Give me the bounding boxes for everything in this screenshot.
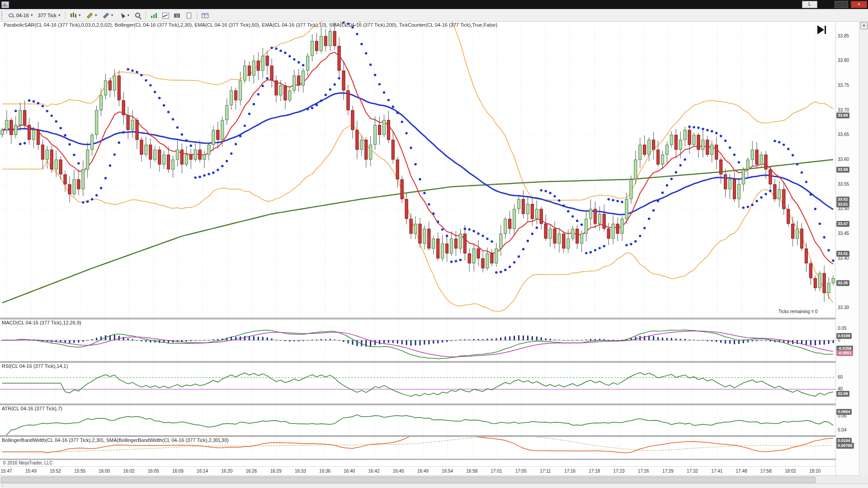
magnifier-icon [134, 12, 142, 19]
toolbar-separator [65, 11, 66, 19]
time-axis-label: 17:26 [635, 469, 651, 474]
chevron-down-icon: ▼ [94, 14, 98, 17]
chevron-down-icon: ▼ [127, 14, 130, 17]
horizontal-scrollbar[interactable] [0, 475, 859, 484]
go-to-last-bar-icon[interactable] [817, 25, 824, 34]
bbw-panel-label: BollingerBandWidth(CL 04-16 (377 Tick),2… [2, 437, 229, 443]
interval-label: 377 Tick [38, 13, 57, 18]
time-axis-label: 16:42 [366, 469, 382, 474]
bottom-scroll-bar[interactable]: ‹ [0, 483, 868, 488]
chevron-down-icon: ▼ [30, 14, 33, 17]
time-axis-label: 16:20 [219, 469, 235, 474]
atr-axis-marker: 0.0664 [836, 409, 852, 415]
chart-area: ParabolicSAR(CL 04-16 (377 Tick),0,03,0,… [0, 21, 868, 488]
camera-icon [174, 12, 181, 19]
scrollbar-corner [859, 475, 868, 483]
time-axis-label: 17:58 [758, 469, 774, 474]
time-axis[interactable]: 15:4715:4915:5215:5516:0016:0216:0516:09… [0, 466, 835, 476]
time-axis-label: 17:23 [611, 469, 627, 474]
time-axis-label: 15:49 [23, 469, 39, 474]
time-axis-label: 18:02 [782, 469, 798, 474]
close-button[interactable]: × [851, 1, 867, 8]
price-axis-label: 33.75 [838, 83, 849, 88]
chevron-down-icon: ▼ [58, 14, 61, 17]
time-axis-label: 16:54 [439, 469, 456, 474]
time-axis-label: 17:41 [709, 469, 725, 474]
time-axis-label: 16:09 [170, 469, 186, 474]
time-axis-label: 16:58 [464, 469, 480, 474]
data-series-button[interactable] [148, 10, 160, 20]
time-axis-label: 16:14 [194, 469, 211, 474]
close-icon: × [858, 2, 860, 7]
toolbar-grip[interactable] [1, 11, 4, 19]
chart-style-button[interactable]: ▼ [67, 10, 84, 20]
cursor-icon [118, 12, 126, 19]
price-axis-marker: 33.47 [836, 221, 849, 227]
time-axis-label: 17:48 [733, 469, 750, 474]
time-axis-label: 17:32 [684, 469, 701, 474]
time-axis-label: 18:10 [807, 469, 823, 474]
macd-panel-label: MACD(CL 04-16 (377 Tick),12,26,9) [2, 320, 81, 325]
copyright-label: © 2016 NinjaTrader, LLC [3, 460, 52, 465]
right-margin-strip: ▼ [859, 21, 868, 475]
time-axis-label: 17:05 [513, 469, 529, 474]
price-axis-label: 33.55 [838, 182, 849, 187]
interval-selector[interactable]: 377 Tick ▼ [36, 10, 63, 20]
toolbar-separator [146, 11, 146, 19]
price-axis[interactable]: 33.8533.8033.7533.7033.6533.6033.5533.50… [835, 21, 859, 475]
time-axis-label: 15:52 [47, 469, 63, 474]
time-axis-label: 17:16 [562, 469, 578, 474]
indicator-label: ParabolicSAR(CL 04-16 (377 Tick),0,03,0,… [4, 22, 497, 28]
time-axis-label: 17:11 [537, 469, 553, 474]
time-axis-label: 17:01 [488, 469, 505, 474]
chevron-down-icon: ▼ [111, 14, 114, 17]
candlestick-icon [70, 12, 77, 19]
time-axis-label: 16:45 [390, 469, 406, 474]
titlebar-extra-button[interactable] [835, 1, 848, 8]
table-icon [201, 12, 208, 19]
time-axis-label: 16:29 [268, 469, 284, 474]
toolbar-separator [197, 11, 197, 19]
macd-axis-marker: 0.0199 [836, 333, 852, 339]
link-button[interactable]: L [802, 1, 817, 8]
time-axis-label: 15:55 [72, 469, 88, 474]
document-icon [185, 12, 193, 19]
chevron-down-icon: ▼ [78, 14, 81, 17]
time-axis-label: 16:36 [317, 469, 333, 474]
zoom-button[interactable] [132, 10, 144, 20]
rsi-panel-label: RSI(CL 04-16 (377 Tick),14,1) [2, 363, 68, 369]
chart-toolbar: CL 04-16 ▼ 377 Tick ▼ ▼ ▼ ▼ ▼ [0, 9, 868, 22]
time-axis-label: 16:33 [292, 469, 308, 474]
pencil-icon [86, 12, 93, 19]
cursor-tool-button[interactable]: ▼ [116, 10, 132, 20]
rsi-axis-label: 60 [838, 375, 843, 380]
price-axis-marker: 33.35 [836, 280, 849, 286]
scroll-left-icon[interactable]: ‹ [2, 483, 3, 488]
properties-button[interactable] [199, 10, 211, 20]
time-axis-label: 16:05 [145, 469, 161, 474]
macd-axis-marker: -0.0551 [836, 350, 853, 356]
marker-tools-button[interactable]: ▼ [100, 10, 116, 20]
snapshot-button[interactable] [171, 10, 183, 20]
line-chart-icon [162, 12, 169, 19]
price-axis-label: 33.65 [838, 132, 849, 137]
time-axis-label: 16:26 [243, 469, 259, 474]
scrollbar-thumb[interactable] [1, 477, 816, 483]
bbw-axis-marker: 0.00765 [836, 443, 854, 449]
app-icon [1, 1, 9, 8]
price-axis-label: 33.60 [838, 157, 849, 162]
drawing-tools-button[interactable]: ▼ [84, 10, 100, 20]
price-axis-label: 33.70 [838, 108, 849, 113]
export-button[interactable] [183, 10, 195, 20]
chart-canvas[interactable] [0, 21, 835, 460]
instrument-selector[interactable]: CL 04-16 ▼ [6, 10, 36, 20]
price-axis-marker: 33.58 [836, 167, 849, 173]
atr-panel-label: ATR(CL 04-16 (377 Tick),7) [2, 406, 62, 411]
indicators-button[interactable] [160, 10, 171, 20]
price-axis-label: 33.45 [838, 231, 849, 236]
ticks-remaining-label: Ticks remaining = 0 [778, 309, 818, 314]
chevron-down-icon[interactable]: ▼ [860, 22, 868, 29]
time-axis-label: 16:00 [96, 469, 113, 474]
time-axis-label: 15:47 [0, 469, 14, 474]
macd-axis-label: 0.05 [838, 326, 846, 331]
